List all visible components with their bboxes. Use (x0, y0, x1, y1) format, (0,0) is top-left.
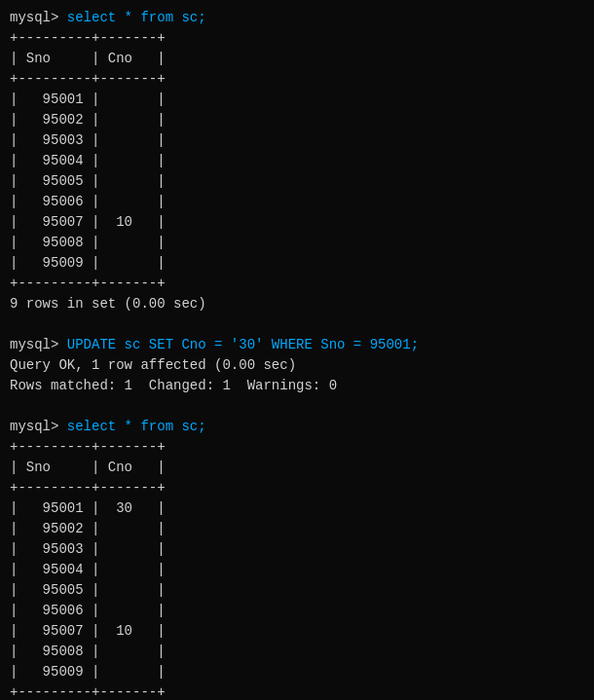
terminal-window: mysql> select * from sc; +---------+----… (10, 8, 584, 700)
terminal-content: mysql> select * from sc; +---------+----… (10, 8, 584, 700)
